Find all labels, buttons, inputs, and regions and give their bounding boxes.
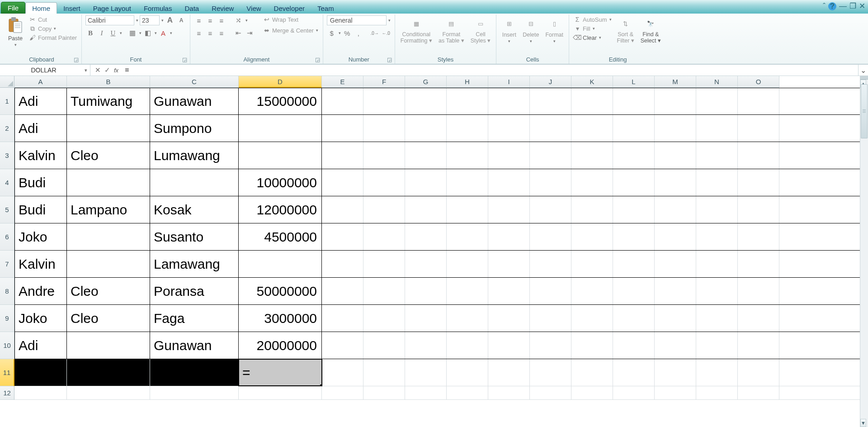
cell[interactable] [363,278,405,304]
wrap-text-button[interactable]: ↩Wrap Text [262,15,319,24]
cell[interactable] [571,88,613,114]
tab-formulas[interactable]: Formulas [137,3,179,14]
split-handle[interactable] [860,76,868,80]
column-header[interactable]: D [239,76,322,88]
align-right-button[interactable]: ≡ [217,28,226,38]
cell[interactable] [696,278,738,304]
cell[interactable] [655,115,696,142]
shrink-font-button[interactable]: A [176,15,186,25]
cell[interactable] [613,223,655,250]
cell[interactable]: Susanto [150,223,239,250]
row-header[interactable]: 7 [0,251,14,278]
dialog-launcher-icon[interactable]: ◲ [74,57,79,63]
cell[interactable] [655,305,696,332]
cell[interactable] [613,169,655,196]
tab-file[interactable]: File [1,2,25,14]
cell[interactable] [67,223,150,250]
cell[interactable]: 15000000 [239,88,322,114]
fx-icon[interactable]: fx [114,67,118,74]
formula-input[interactable] [122,66,858,74]
enter-formula-button[interactable]: ✓ [104,66,110,74]
vertical-scrollbar[interactable]: ▲ ▼ [860,76,868,427]
cell[interactable] [447,88,488,114]
cell[interactable]: 4500000 [239,223,322,250]
cell[interactable] [405,278,447,304]
cell[interactable] [322,169,363,196]
cell[interactable] [738,142,779,169]
cell[interactable] [488,88,530,114]
cell[interactable] [696,88,738,114]
cell[interactable]: Cleo [67,142,150,169]
cell[interactable]: Gunawan [150,332,239,359]
column-header[interactable]: M [655,76,696,88]
cell[interactable] [530,115,571,142]
cell[interactable] [530,278,571,304]
tab-insert[interactable]: Insert [57,3,87,14]
italic-button[interactable]: I [97,28,107,38]
column-header[interactable]: K [571,76,613,88]
cell[interactable] [363,196,405,223]
cell[interactable]: Kalvin [14,251,67,277]
cell[interactable] [738,359,779,386]
cell[interactable] [150,359,239,386]
cell[interactable]: Tumiwang [67,88,150,114]
cell[interactable] [738,278,779,304]
cell[interactable] [571,386,613,399]
cell[interactable]: Faga [150,305,239,332]
cell[interactable] [655,386,696,399]
cell[interactable] [488,278,530,304]
cell[interactable]: Joko [14,223,67,250]
format-as-table-button[interactable]: ▤Formatas Table ▾ [437,15,466,45]
cell[interactable] [405,332,447,359]
cell[interactable] [14,386,67,399]
cell[interactable] [322,305,363,332]
cell[interactable] [239,115,322,142]
cell[interactable] [655,142,696,169]
column-header[interactable]: E [322,76,363,88]
cell[interactable] [67,169,150,196]
cell[interactable]: 3000000 [239,305,322,332]
increase-indent-button[interactable]: ⇥ [245,28,255,38]
cell[interactable] [696,332,738,359]
cell[interactable] [530,142,571,169]
cell[interactable] [613,88,655,114]
cell[interactable]: Budi [14,169,67,196]
cell[interactable] [696,386,738,399]
cell[interactable] [488,223,530,250]
cell[interactable] [363,223,405,250]
cell[interactable] [613,332,655,359]
cell[interactable] [530,196,571,223]
conditional-formatting-button[interactable]: ▦ConditionalFormatting ▾ [399,15,434,45]
cell[interactable] [655,278,696,304]
cell[interactable] [447,169,488,196]
row-header[interactable]: 10 [0,332,14,359]
cell[interactable] [530,332,571,359]
cell[interactable] [14,359,67,386]
borders-button[interactable]: ▦ [127,28,137,38]
cell[interactable] [239,251,322,277]
cell[interactable] [696,196,738,223]
cell[interactable] [447,386,488,399]
cell[interactable]: Adi [14,115,67,142]
cell[interactable] [363,142,405,169]
cell[interactable] [150,169,239,196]
cell[interactable] [738,223,779,250]
cell[interactable] [655,169,696,196]
cell[interactable] [696,359,738,386]
cell[interactable] [447,251,488,277]
cell[interactable]: Cleo [67,305,150,332]
cell[interactable] [571,332,613,359]
cell[interactable] [447,142,488,169]
cell[interactable] [447,223,488,250]
cell[interactable] [613,359,655,386]
decrease-indent-button[interactable]: ⇤ [234,28,244,38]
column-header[interactable]: B [67,76,150,88]
column-header[interactable]: L [613,76,655,88]
increase-decimal-button[interactable]: .0→ [370,28,380,38]
cell[interactable]: Sumpono [150,115,239,142]
cell[interactable]: Lampano [67,196,150,223]
column-header[interactable]: J [530,76,571,88]
cell[interactable] [696,305,738,332]
cell[interactable]: 50000000 [239,278,322,304]
row-header[interactable]: 6 [0,223,14,251]
